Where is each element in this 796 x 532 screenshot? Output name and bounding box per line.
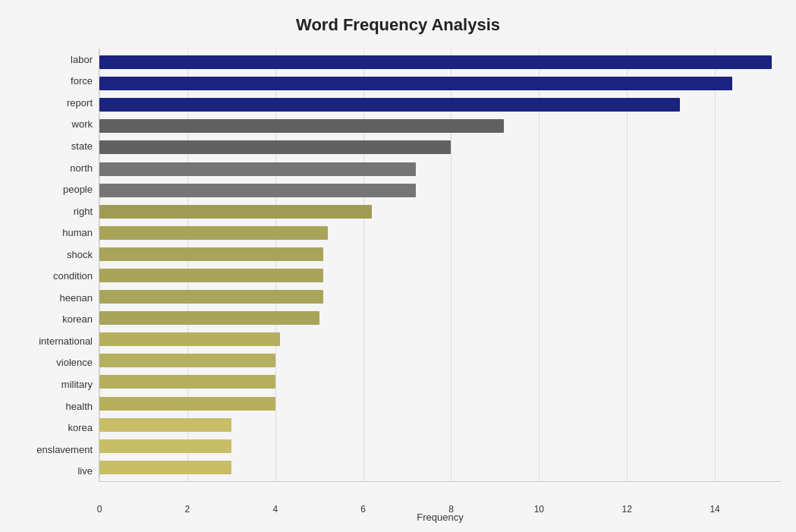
chart-container: Word Frequency Analysis laborforcereport… [0,0,796,532]
bar [99,311,319,325]
y-label: military [61,376,93,392]
bar-row [99,331,781,348]
y-label: korea [68,420,93,436]
bar [99,162,416,176]
bar [99,461,231,474]
y-label: people [63,181,93,198]
bar-row [99,459,781,476]
bar [99,290,323,304]
y-label: violence [56,354,93,371]
bar [99,205,372,219]
bar [99,397,275,411]
y-label: shock [67,246,93,263]
y-label: enslavement [36,441,93,458]
bar-row [99,373,781,390]
chart-title: Word Frequency Analysis [15,15,781,35]
bar [99,332,280,346]
bar [99,77,732,90]
bar [99,55,772,69]
y-label: state [71,137,93,154]
bar [99,226,328,240]
bar [99,119,504,133]
bar [99,354,275,367]
bar-row [99,139,781,156]
y-label: right [74,203,93,219]
y-label: international [39,332,93,349]
bar-row [99,246,781,263]
bar-row [99,161,781,178]
y-label: work [72,116,93,133]
bar-row [99,395,781,412]
y-label: health [66,398,93,414]
bar [99,418,231,432]
bar [99,184,416,197]
bar [99,98,680,112]
bar-row [99,118,781,134]
bar [99,247,323,261]
bar-row [99,352,781,369]
y-label: heenan [60,289,93,306]
y-label: report [67,94,93,111]
y-label: north [70,159,93,176]
y-axis: laborforcereportworkstatenorthpeoplerigh… [15,49,99,482]
bar-row [99,225,781,241]
y-label: condition [53,268,93,285]
bar-row [99,267,781,284]
y-label: human [62,225,93,241]
y-label: force [71,73,93,90]
bar [99,375,275,389]
bar-row [99,288,781,305]
bar-row [99,310,781,326]
bar-row [99,203,781,220]
bar-row [99,417,781,433]
bar-row [99,182,781,199]
plot-area: 02468101214 Frequency [99,49,781,482]
bar-row [99,54,781,71]
y-label: live [77,463,93,480]
bar [99,269,323,282]
bar [99,439,231,453]
chart-area: laborforcereportworkstatenorthpeoplerigh… [15,49,781,482]
y-label: korean [62,311,93,328]
x-axis-title: Frequency [99,512,781,523]
bar-row [99,438,781,455]
bar-row [99,75,781,92]
bar [99,140,451,154]
y-label: labor [71,51,93,68]
bar-row [99,96,781,113]
